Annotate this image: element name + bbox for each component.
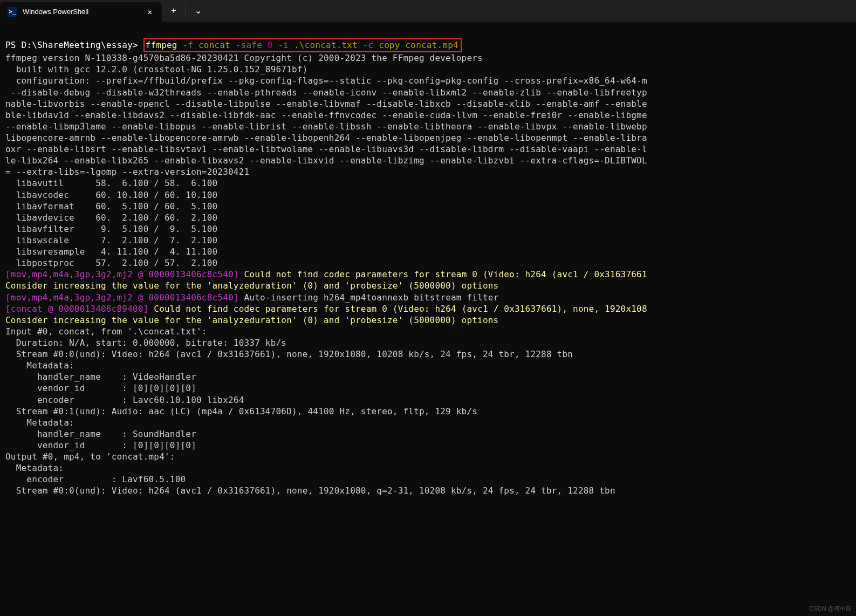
new-tab-button[interactable]: +: [162, 0, 186, 22]
warning-tag: [concat @ 0000013406c89400]: [5, 304, 154, 314]
lib-line: libavfilter 9. 5.100 / 9. 5.100: [5, 224, 217, 234]
cmd-arg-copy: copy: [374, 40, 400, 50]
cmd-flag-i: -i: [273, 40, 289, 50]
command-highlight: ffmpeg -f concat -safe 0 -i .\concat.txt…: [143, 38, 462, 52]
output-line: Stream #0:0(und): Video: h264 (avc1 / 0x…: [5, 485, 615, 496]
input-line: Stream #0:1(und): Audio: aac (LC) (mp4a …: [5, 406, 477, 416]
banner-line: --disable-debug --disable-w32threads --e…: [5, 87, 647, 98]
banner-line: libopencore-amrnb --enable-libopencore-a…: [5, 133, 647, 143]
lib-line: libswscale 7. 2.100 / 7. 2.100: [5, 235, 217, 245]
lib-line: libswresample 4. 11.100 / 4. 11.100: [5, 247, 217, 257]
banner-line: le-libx264 --enable-libx265 --enable-lib…: [5, 155, 647, 166]
info-tag: [mov,mp4,m4a,3gp,3g2,mj2 @ 0000013406c8c…: [5, 292, 244, 303]
input-line: handler_name : SoundHandler: [5, 429, 196, 439]
warning-msg: Could not find codec parameters for stre…: [244, 269, 647, 279]
cmd-arg-input: .\concat.txt: [289, 40, 358, 50]
banner-line: = --extra-libs=-lgomp --extra-version=20…: [5, 167, 249, 177]
input-line: encoder : Lavc60.10.100 libx264: [5, 395, 244, 405]
input-line: handler_name : VideoHandler: [5, 372, 196, 382]
tab-dropdown-button[interactable]: ⌄: [186, 0, 210, 22]
input-line: Metadata:: [5, 360, 74, 371]
input-line: vendor_id : [0][0][0][0]: [5, 440, 196, 450]
warning-cont: Consider increasing the value for the 'a…: [5, 280, 498, 291]
input-line: Stream #0:0(und): Video: h264 (avc1 / 0x…: [5, 349, 573, 359]
prompt-gt: >: [133, 40, 143, 50]
banner-line: ble-libdav1d --enable-libdavs2 --disable…: [5, 110, 647, 120]
watermark: CSDN @何中应: [810, 605, 852, 613]
lib-line: libavutil 58. 6.100 / 58. 6.100: [5, 178, 217, 188]
warning-cont: Consider increasing the value for the 'a…: [5, 315, 498, 325]
lib-line: libpostproc 57. 2.100 / 57. 2.100: [5, 258, 217, 268]
banner-line: --enable-libmp3lame --enable-libopus --e…: [5, 121, 647, 132]
active-tab[interactable]: >_ Windows PowerShell ✕: [0, 2, 162, 22]
tab-title: Windows PowerShell: [23, 7, 139, 16]
cmd-exe: ffmpeg: [146, 40, 177, 50]
input-line: Input #0, concat, from '.\concat.txt':: [5, 326, 207, 337]
warning-msg: Could not find codec parameters for stre…: [154, 304, 647, 314]
banner-line: built with gcc 12.2.0 (crosstool-NG 1.25…: [5, 64, 307, 74]
input-line: vendor_id : [0][0][0][0]: [5, 383, 196, 393]
lib-line: libavformat 60. 5.100 / 60. 5.100: [5, 201, 217, 211]
close-tab-button[interactable]: ✕: [145, 6, 155, 18]
prompt-path: D:\ShareMeeting\essay: [22, 40, 133, 50]
banner-line: nable-libvorbis --enable-opencl --disabl…: [5, 99, 647, 109]
input-line: Duration: N/A, start: 0.000000, bitrate:…: [5, 338, 286, 348]
cmd-flag-safe: -safe: [230, 40, 262, 50]
terminal-output[interactable]: PS D:\ShareMeeting\essay> ffmpeg -f conc…: [0, 22, 856, 502]
cmd-flag-f: -f: [177, 40, 194, 50]
output-line: Output #0, mp4, to 'concat.mp4':: [5, 451, 175, 462]
warning-tag: [mov,mp4,m4a,3gp,3g2,mj2 @ 0000013406c8c…: [5, 269, 244, 279]
cmd-arg-out: concat.mp4: [400, 40, 458, 50]
banner-line: ffmpeg version N-110338-g4570ba5d86-2023…: [5, 53, 483, 63]
lib-line: libavdevice 60. 2.100 / 60. 2.100: [5, 213, 217, 223]
banner-line: configuration: --prefix=/ffbuild/prefix …: [5, 76, 647, 86]
prompt-ps: PS: [5, 40, 22, 50]
banner-line: oxr --enable-libsrt --enable-libsvtav1 -…: [5, 144, 647, 154]
powershell-icon: >_: [8, 7, 17, 17]
cmd-arg-concat: concat: [193, 40, 230, 50]
output-line: encoder : Lavf60.5.100: [5, 474, 186, 484]
lib-line: libavcodec 60. 10.100 / 60. 10.100: [5, 190, 217, 200]
output-line: Metadata:: [5, 463, 64, 473]
info-msg: Auto-inserting h264_mp4toannexb bitstrea…: [244, 292, 498, 303]
cmd-arg-zero: 0: [262, 40, 273, 50]
input-line: Metadata:: [5, 417, 74, 428]
titlebar: >_ Windows PowerShell ✕ + ⌄: [0, 0, 856, 22]
cmd-flag-c: -c: [358, 40, 374, 50]
